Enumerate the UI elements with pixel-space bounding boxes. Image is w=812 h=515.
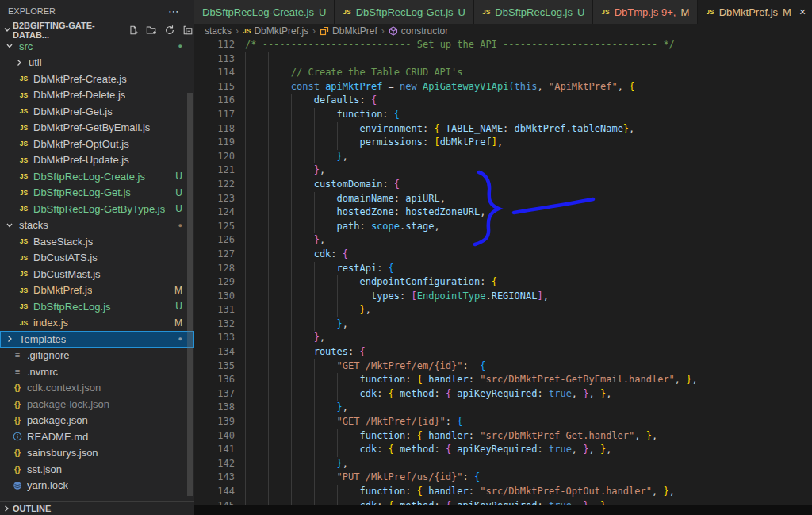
list-file-icon: ≡ xyxy=(15,367,20,376)
tree-item-DbSftpRecLog.js[interactable]: JSDbSftpRecLog.jsU xyxy=(0,298,194,315)
class-symbol-icon xyxy=(320,26,329,36)
tree-item-stacks[interactable]: stacks● xyxy=(0,217,194,234)
file-label: DbSftpRecLog-Get.js xyxy=(33,186,131,198)
tree-item-DbMktPref-Update.js[interactable]: JSDbMktPref-Update.js xyxy=(0,152,194,169)
line-number: 131 xyxy=(194,303,235,317)
collapse-all-icon[interactable] xyxy=(182,24,194,37)
breadcrumb-item-stacks[interactable]: stacks xyxy=(205,25,232,37)
tree-item-index.js[interactable]: JSindex.jsM xyxy=(0,315,194,332)
js-file-icon: JS xyxy=(20,91,28,99)
tree-item-util[interactable]: util xyxy=(0,55,194,71)
code-line: 117function: { xyxy=(194,108,812,122)
line-number: 139 xyxy=(194,415,235,429)
tree-item-package.json[interactable]: {}package.json xyxy=(0,413,194,429)
line-number: 116 xyxy=(194,94,235,108)
code-line: 142}, xyxy=(194,457,812,471)
tree-item-DbCustATS.js[interactable]: JSDbCustATS.js xyxy=(0,250,194,267)
tree-item-DbMktPref-OptOut.js[interactable]: JSDbMktPref-OptOut.js xyxy=(0,136,194,152)
refresh-icon[interactable] xyxy=(163,24,176,37)
code-editor[interactable]: 112/* -------------------------- Set up … xyxy=(194,38,812,515)
code-line: 124hostedZone: hostedZoneURL, xyxy=(194,206,812,220)
outline-section-header[interactable]: OUTLINE xyxy=(0,501,194,515)
git-status-badge: U xyxy=(175,301,182,312)
tree-item-.gitignore[interactable]: ≡.gitignore xyxy=(0,348,194,364)
project-folder-row[interactable]: B2BGIFTING-GATE-DATAB... xyxy=(0,22,194,38)
breadcrumb-item-DbMktPref.js[interactable]: JSDbMktPref.js xyxy=(243,25,308,37)
tree-item-sainsburys.json[interactable]: {}sainsburys.json xyxy=(0,445,194,462)
line-number: 127 xyxy=(194,248,235,262)
info-icon xyxy=(13,432,22,441)
breadcrumb-item-DbMktPref[interactable]: DbMktPref xyxy=(320,25,377,37)
tree-item-DbMktPref.js[interactable]: JSDbMktPref.jsM xyxy=(0,282,194,299)
file-label: DbSftpRecLog.js xyxy=(33,301,111,313)
tab-DbMktPref.js[interactable]: JSDbMktPref.jsM× xyxy=(698,0,812,24)
code-line: 143"PUT /MktPref/us/{id}": { xyxy=(194,471,812,485)
line-number: 114 xyxy=(194,66,235,80)
tree-item-DbMktPref-Get.js[interactable]: JSDbMktPref-Get.js xyxy=(0,103,194,120)
line-number: 124 xyxy=(194,206,235,220)
close-icon[interactable]: × xyxy=(799,6,806,18)
chevron-right-icon xyxy=(13,59,25,67)
tree-item-DbCustMast.js[interactable]: JSDbCustMast.js xyxy=(0,266,194,282)
tab-DbSftpRecLog-Get.js[interactable]: JSDbSftpRecLog-Get.jsU xyxy=(335,0,474,24)
js-file-icon: JS xyxy=(482,8,490,16)
code-line: 115const apiMktPref = new ApiGatewayV1Ap… xyxy=(194,80,812,94)
changes-dot-badge: ● xyxy=(178,221,182,229)
js-file-icon: JS xyxy=(601,8,609,16)
json-file-icon: {} xyxy=(14,400,21,409)
tree-item-cdk.context.json[interactable]: {}cdk.context.json xyxy=(0,380,194,397)
new-folder-icon[interactable] xyxy=(145,24,158,37)
code-line: 141cdk: { method: { apiKeyRequired: true… xyxy=(194,443,812,457)
tab-DbSftpRecLog-Create.js[interactable]: DbSftpRecLog-Create.jsU xyxy=(194,0,335,24)
file-label: .gitignore xyxy=(27,349,69,361)
tree-item-Templates[interactable]: Templates● xyxy=(0,331,194,348)
tree-item-.nvmrc[interactable]: ≡.nvmrc xyxy=(0,363,194,380)
tree-item-BaseStack.js[interactable]: JSBaseStack.js xyxy=(0,233,194,250)
sidebar-scrollbar[interactable] xyxy=(187,93,193,496)
tree-item-src[interactable]: src● xyxy=(0,38,194,55)
line-number: 123 xyxy=(194,192,235,206)
js-file-icon: JS xyxy=(243,27,251,35)
tree-item-package-lock.json[interactable]: {}package-lock.json xyxy=(0,396,194,413)
line-number: 143 xyxy=(194,471,235,485)
code-line: 140function: { handler: "src/DbMktPref-G… xyxy=(194,429,812,444)
tab-git-badge: U xyxy=(458,6,465,18)
tree-item-DbMktPref-Delete.js[interactable]: JSDbMktPref-Delete.js xyxy=(0,87,194,104)
js-file-icon: JS xyxy=(20,302,28,310)
new-file-icon[interactable] xyxy=(127,24,140,37)
code-line: 119permissions: [dbMktPref], xyxy=(194,136,812,150)
breadcrumb-separator: › xyxy=(381,25,385,37)
editor-group: DbSftpRecLog-Create.jsUJSDbSftpRecLog-Ge… xyxy=(194,0,812,515)
more-actions-icon[interactable]: ⋯ xyxy=(168,5,180,17)
line-number: 132 xyxy=(194,317,235,332)
js-file-icon: JS xyxy=(706,8,714,16)
tree-item-DbMktPref-Create.js[interactable]: JSDbMktPref-Create.js xyxy=(0,71,194,87)
tree-item-README.md[interactable]: README.md xyxy=(0,429,194,445)
code-line: 136function: { handler: "src/DbMktPref-G… xyxy=(194,373,812,387)
tab-DbTmp.js_9_[interactable]: JSDbTmp.js 9+,M xyxy=(593,0,698,24)
tab-bar: DbSftpRecLog-Create.jsUJSDbSftpRecLog-Ge… xyxy=(194,0,812,24)
file-label: sst.json xyxy=(27,463,62,475)
file-label: DbMktPref-GetByEmail.js xyxy=(33,121,150,133)
breadcrumb-label: DbMktPref xyxy=(332,25,377,37)
line-number: 119 xyxy=(194,136,235,150)
tree-item-DbSftpRecLog-Get.js[interactable]: JSDbSftpRecLog-Get.jsU xyxy=(0,185,194,202)
constructor-symbol-icon xyxy=(389,26,398,36)
code-line: 137cdk: { method: { apiKeyRequired: true… xyxy=(194,387,812,402)
file-label: DbMktPref-Get.js xyxy=(33,106,113,117)
chevron-right-icon xyxy=(0,505,13,513)
explorer-header: EXPLORER ⋯ xyxy=(0,0,194,22)
file-label: DbMktPref.js xyxy=(33,284,92,296)
line-number: 142 xyxy=(194,457,235,471)
js-file-icon: JS xyxy=(20,189,28,197)
tree-item-DbSftpRecLog-GetByType.js[interactable]: JSDbSftpRecLog-GetByType.jsU xyxy=(0,201,194,217)
tree-item-DbMktPref-GetByEmail.js[interactable]: JSDbMktPref-GetByEmail.js xyxy=(0,120,194,136)
tree-item-sst.json[interactable]: {}sst.json xyxy=(0,461,194,478)
tree-item-yarn.lock[interactable]: yarn.lock xyxy=(0,478,194,494)
git-status-badge: M xyxy=(174,317,182,329)
git-status-badge: U xyxy=(175,203,182,214)
file-label: Templates xyxy=(19,333,66,345)
tab-DbSftpRecLog.js[interactable]: JSDbSftpRecLog.jsU xyxy=(474,0,593,24)
breadcrumb-item-constructor[interactable]: constructor xyxy=(389,25,448,37)
tree-item-DbSftpRecLog-Create.js[interactable]: JSDbSftpRecLog-Create.jsU xyxy=(0,168,194,185)
